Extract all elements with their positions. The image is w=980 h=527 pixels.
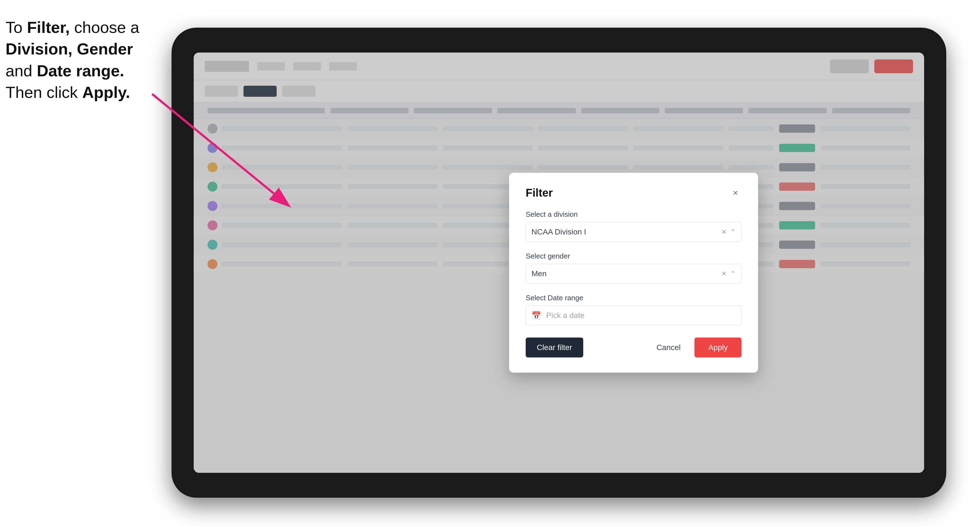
gender-select-icons: ✕ ⌃: [721, 270, 736, 278]
gender-clear-icon[interactable]: ✕: [721, 270, 727, 278]
instruction-and: and Date range.: [6, 62, 124, 79]
date-form-group: Select Date range 📅 Pick a date: [526, 294, 741, 325]
gender-select[interactable]: Men ✕ ⌃: [526, 264, 741, 284]
tablet-frame: Filter × Select a division NCAA Division…: [172, 28, 946, 498]
cancel-button[interactable]: Cancel: [646, 338, 692, 357]
calendar-icon: 📅: [531, 311, 541, 320]
gender-chevron-icon: ⌃: [730, 270, 736, 278]
clear-filter-button[interactable]: Clear filter: [526, 338, 583, 357]
modal-title: Filter: [526, 187, 553, 199]
division-chevron-icon: ⌃: [730, 228, 736, 236]
gender-selected-value: Men: [531, 269, 546, 278]
division-clear-icon[interactable]: ✕: [721, 228, 727, 236]
division-select[interactable]: NCAA Division I ✕ ⌃: [526, 222, 741, 242]
division-selected-value: NCAA Division I: [531, 227, 586, 237]
instruction-text: To Filter, choose a Division, Gender and…: [6, 17, 166, 103]
division-select-icons: ✕ ⌃: [721, 228, 736, 236]
division-label: Select a division: [526, 210, 741, 219]
date-picker[interactable]: 📅 Pick a date: [526, 306, 741, 325]
instruction-division-gender: Division, Gender: [6, 40, 133, 58]
apply-button[interactable]: Apply: [694, 338, 741, 357]
gender-label: Select gender: [526, 252, 741, 260]
filter-modal: Filter × Select a division NCAA Division…: [509, 173, 758, 373]
division-form-group: Select a division NCAA Division I ✕ ⌃: [526, 210, 741, 242]
date-label: Select Date range: [526, 294, 741, 302]
instruction-line1: To Filter, choose a: [6, 18, 140, 36]
modal-footer-right: Cancel Apply: [646, 338, 741, 357]
modal-header: Filter ×: [526, 187, 741, 199]
modal-footer: Clear filter Cancel Apply: [526, 338, 741, 357]
date-placeholder: Pick a date: [546, 311, 585, 320]
gender-form-group: Select gender Men ✕ ⌃: [526, 252, 741, 284]
tablet-screen: Filter × Select a division NCAA Division…: [194, 52, 924, 473]
instruction-then: Then click Apply.: [6, 83, 130, 101]
modal-close-button[interactable]: ×: [729, 187, 741, 199]
